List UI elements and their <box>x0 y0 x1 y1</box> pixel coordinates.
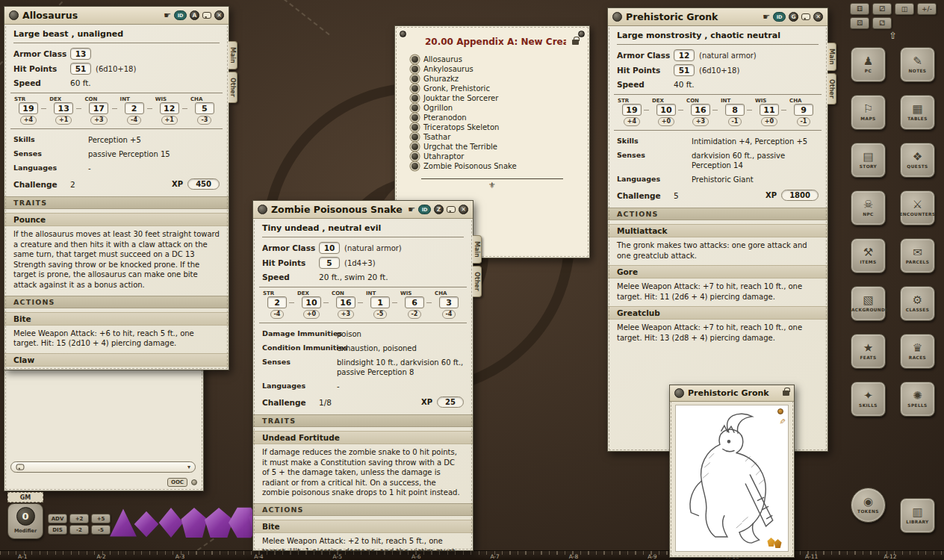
ability-score[interactable]: 2 <box>267 296 287 308</box>
hotkey-slot-a-5[interactable]: A-5 <box>333 553 342 560</box>
side-tab-other[interactable]: Other <box>827 73 836 105</box>
close-icon[interactable]: ✕ <box>813 12 823 22</box>
sidebar-button-library[interactable]: ▥LIBRARY <box>900 498 935 533</box>
close-icon[interactable]: ✕ <box>214 10 224 20</box>
npc-window-zombie-poisonous-snake[interactable]: Zombie Poisonous Snake ☛ ID Z ✕ Tiny und… <box>252 200 473 551</box>
id-badge-icon[interactable]: ID <box>773 12 786 22</box>
dice-clear-button[interactable]: ⚁ <box>872 17 892 29</box>
armor-class-value[interactable]: 12 <box>674 49 695 61</box>
story-link-zombie-poisonous-snake[interactable]: Zombie Poisonous Snake <box>412 161 582 171</box>
sidebar-button-skills[interactable]: ✦SKILLS <box>851 382 886 417</box>
story-link-urgchat-the-terrible[interactable]: Urgchat the Terrible <box>412 142 582 152</box>
ability-dex[interactable]: DEX10+0 <box>295 290 328 319</box>
die-d8[interactable] <box>157 508 185 538</box>
entry-name-bite[interactable]: Bite <box>4 312 229 326</box>
hit-points-value[interactable]: 5 <box>319 257 340 269</box>
entry-name-bite[interactable]: Bite <box>253 520 473 533</box>
ability-score[interactable]: 1 <box>370 296 390 308</box>
ability-modifier[interactable]: +0 <box>658 117 674 126</box>
hand-pointer-icon[interactable]: ☛ <box>164 11 171 19</box>
ability-cha[interactable]: CHA5-3 <box>188 96 221 125</box>
lock-icon[interactable] <box>783 391 789 396</box>
ability-score[interactable]: 19 <box>622 104 642 116</box>
story-link-jouktar-the-sorcerer[interactable]: Jouktar the Sorcerer <box>412 93 582 103</box>
hotkey-slot-a-1[interactable]: A-1 <box>18 553 27 560</box>
ability-con[interactable]: CON16+3 <box>329 290 362 319</box>
story-link-triceratops-skeleton[interactable]: Triceratops Skeleton <box>412 122 582 132</box>
ability-modifier[interactable]: +3 <box>90 116 107 125</box>
window-titlebar[interactable]: Prehistoric Gronk ☛ ID G ✕ <box>608 8 827 26</box>
xp-value[interactable]: 25 <box>437 396 464 408</box>
chat-input[interactable]: ▾ <box>10 461 196 473</box>
ability-wis[interactable]: WIS6-2 <box>398 290 431 319</box>
modifier-button-dis[interactable]: DIS <box>48 525 67 535</box>
sidebar-button-notes[interactable]: ✎NOTES <box>900 47 935 82</box>
story-link-gronk-prehistoric[interactable]: Gronk, Prehistoric <box>412 84 582 93</box>
modifier-button-minus2[interactable]: -2 <box>69 525 89 535</box>
ability-score[interactable]: 11 <box>760 104 779 116</box>
token-badge-icon[interactable]: Z <box>434 205 444 214</box>
story-link-utahraptor[interactable]: Utahraptor <box>412 152 582 161</box>
ability-modifier[interactable]: +4 <box>20 116 37 125</box>
story-link-ogrillon[interactable]: Ogrillon <box>412 103 582 113</box>
sidebar-button-spells[interactable]: ✺SPELLS <box>900 382 935 417</box>
share-chat-icon[interactable] <box>447 206 456 213</box>
token-badge-icon[interactable]: A <box>190 10 199 20</box>
ability-modifier[interactable]: -2 <box>408 310 422 319</box>
ability-modifier[interactable]: +0 <box>761 117 777 126</box>
ability-modifier[interactable]: -3 <box>197 116 211 125</box>
ability-int[interactable]: INT8-1 <box>718 98 751 126</box>
modifier-button-plus2[interactable]: +2 <box>69 514 89 523</box>
share-chat-icon[interactable] <box>801 13 810 20</box>
entry-name-greatclub[interactable]: Greatclub <box>608 306 827 320</box>
ability-modifier[interactable]: -1 <box>728 117 742 126</box>
hand-pointer-icon[interactable]: ☛ <box>408 205 415 214</box>
hit-points-value[interactable]: 51 <box>70 63 91 75</box>
resize-knob[interactable] <box>191 479 197 485</box>
side-tab-other[interactable]: Other <box>473 266 482 297</box>
pointer-tool-icon[interactable]: ⇧ <box>889 30 897 41</box>
token-badge-icon[interactable]: G <box>789 12 798 22</box>
share-chat-icon[interactable] <box>202 12 211 19</box>
pin-icon[interactable] <box>777 408 783 414</box>
sidebar-button-classes[interactable]: ⚙CLASSES <box>900 286 935 321</box>
ability-con[interactable]: CON17+3 <box>82 96 115 125</box>
image-window-prehistoric-gronk[interactable]: Prehistoric Gronk <box>669 385 795 558</box>
entry-name-undead-fortitude[interactable]: Undead Fortitude <box>253 431 473 444</box>
story-link-ghurazkz[interactable]: Ghurazkz <box>412 74 582 84</box>
ability-wis[interactable]: WIS11+0 <box>753 98 786 126</box>
ability-modifier[interactable]: +3 <box>338 310 354 319</box>
side-tab-other[interactable]: Other <box>229 72 237 103</box>
ability-modifier[interactable]: +4 <box>624 117 640 126</box>
entry-name-multiattack[interactable]: Multiattack <box>608 224 827 237</box>
dice-shortcut-icon[interactable] <box>767 536 783 548</box>
ability-modifier[interactable]: -5 <box>373 310 388 319</box>
hotkey-slot-a-9[interactable]: A-9 <box>648 553 656 560</box>
ability-int[interactable]: INT1-5 <box>364 290 397 319</box>
xp-value[interactable]: 450 <box>187 178 220 190</box>
ability-modifier[interactable]: -1 <box>797 117 811 126</box>
window-titlebar[interactable]: Zombie Poisonous Snake ☛ ID Z ✕ <box>253 201 473 219</box>
ability-dex[interactable]: DEX13+1 <box>47 96 80 125</box>
dice-bag-button[interactable]: ⚅ <box>850 3 869 15</box>
npc-window-allosaurus[interactable]: Allosaurus ☛ ID A ✕ Large beast , unalig… <box>4 6 229 370</box>
modifier-stamp[interactable]: 0 Modifier <box>7 503 43 539</box>
ability-str[interactable]: STR2-4 <box>261 290 294 319</box>
sidebar-button-quests[interactable]: ❖QUESTS <box>900 143 935 178</box>
ability-score[interactable]: 9 <box>794 104 813 116</box>
ability-score[interactable]: 16 <box>691 104 710 116</box>
window-stack-button[interactable]: ◫ <box>895 3 914 15</box>
ability-score[interactable]: 10 <box>302 296 321 308</box>
hand-pointer-icon[interactable]: ☛ <box>763 13 770 21</box>
sidebar-button-feats[interactable]: ★FEATS <box>851 334 886 369</box>
hotkey-slot-a-11[interactable]: A-11 <box>805 553 818 560</box>
ability-score[interactable]: 5 <box>195 102 214 114</box>
ability-score[interactable]: 2 <box>125 102 144 114</box>
id-badge-icon[interactable]: ID <box>418 205 431 214</box>
hotkey-slot-a-2[interactable]: A-2 <box>96 553 105 560</box>
ooc-toggle[interactable]: OOC <box>167 478 187 487</box>
ability-modifier[interactable]: -4 <box>127 116 141 125</box>
ability-modifier[interactable]: -4 <box>270 310 285 319</box>
sidebar-button-maps[interactable]: ⚐MAPS <box>851 95 886 130</box>
ability-dex[interactable]: DEX10+0 <box>650 98 683 126</box>
